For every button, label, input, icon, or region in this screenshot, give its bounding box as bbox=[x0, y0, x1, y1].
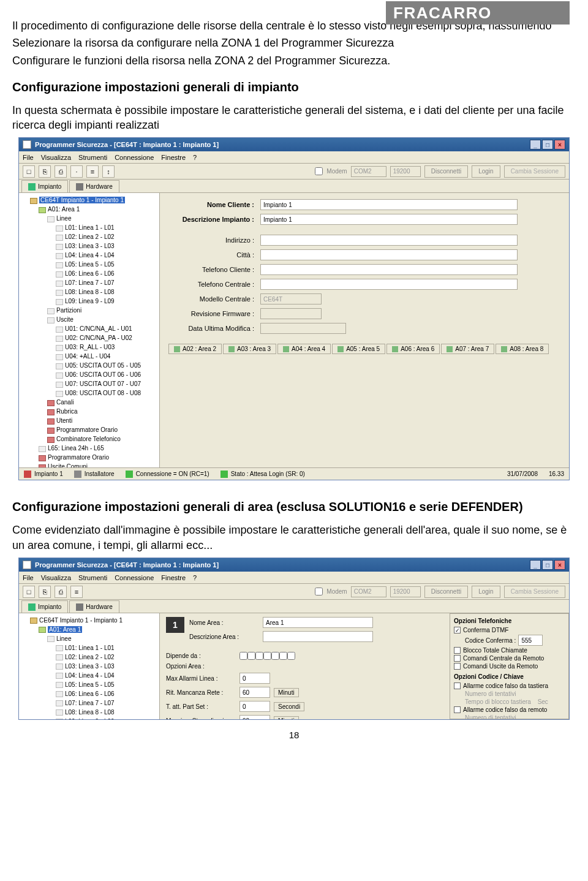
dep-chk-1[interactable] bbox=[239, 652, 247, 660]
com-port-field[interactable] bbox=[351, 166, 386, 177]
tree-item[interactable]: U03: R_ALL - U03 bbox=[56, 342, 157, 352]
area-tab[interactable]: A03 : Area 3 bbox=[223, 344, 276, 354]
tab-impianto[interactable]: Impianto bbox=[21, 180, 68, 192]
tree-canali[interactable]: Canali bbox=[47, 398, 157, 407]
codice-conferma-field[interactable] bbox=[518, 635, 543, 646]
menu-view[interactable]: Visualizza bbox=[41, 154, 71, 161]
tree-item[interactable]: U05: USCITA OUT 05 - U05 bbox=[56, 361, 157, 370]
tree-item[interactable]: U08: USCITA OUT 08 - U08 bbox=[56, 388, 157, 398]
menu-help[interactable]: ? bbox=[193, 154, 197, 161]
tree-root-2[interactable]: CE64T Impianto 1 - Impianto 1 A01: Area … bbox=[30, 616, 157, 719]
dep-chk-3[interactable] bbox=[255, 652, 263, 660]
tree-item[interactable]: L02: Linea 2 - L02 bbox=[56, 652, 157, 662]
tree-item[interactable]: L02: Linea 2 - L02 bbox=[56, 232, 157, 241]
menu-connection[interactable]: Connessione bbox=[115, 154, 154, 161]
tree-item[interactable]: L05: Linea 5 - L05 bbox=[56, 260, 157, 269]
close-button-2[interactable]: × bbox=[554, 560, 565, 570]
tree-item[interactable]: L03: Linea 3 - L03 bbox=[56, 241, 157, 251]
tree-comb-tel[interactable]: Combinatore Telefonico bbox=[47, 434, 157, 444]
modem-checkbox-2[interactable] bbox=[315, 588, 323, 596]
tree-item[interactable]: U04: +ALL - U04 bbox=[56, 352, 157, 361]
nav-tree-2[interactable]: CE64T Impianto 1 - Impianto 1 A01: Area … bbox=[19, 613, 160, 719]
area-tab[interactable]: A07 : Area 7 bbox=[441, 344, 494, 354]
disconnect-button[interactable]: Disconnetti bbox=[424, 165, 468, 178]
tree-item[interactable]: L04: Linea 4 - L04 bbox=[56, 251, 157, 260]
dep-chk-6[interactable] bbox=[279, 652, 287, 660]
modem-checkbox[interactable] bbox=[315, 167, 323, 175]
dep-chk-2[interactable] bbox=[247, 652, 255, 660]
toolbar-new-icon-2[interactable]: □ bbox=[23, 586, 35, 598]
tree-linee[interactable]: Linee L01: Linea 1 - L01L02: Linea 2 - L… bbox=[47, 214, 157, 306]
baud-field-2[interactable] bbox=[390, 586, 421, 597]
tree-linee-2[interactable]: Linee L01: Linea 1 - L01L02: Linea 2 - L… bbox=[47, 634, 157, 719]
menu-connection-2[interactable]: Connessione bbox=[115, 574, 154, 581]
maximize-button-2[interactable]: □ bbox=[542, 560, 553, 570]
mass-unit[interactable]: Minuti bbox=[274, 716, 299, 720]
com-port-field-2[interactable] bbox=[351, 586, 386, 597]
toolbar-open-icon[interactable]: ⎘ bbox=[39, 165, 51, 178]
tree-uscite-comuni[interactable]: Uscite Comuni bbox=[39, 462, 157, 467]
tree-item[interactable]: U01: C/NC/NA_AL - U01 bbox=[56, 324, 157, 333]
allarme-remoto-checkbox[interactable] bbox=[454, 706, 461, 713]
tree-item[interactable]: L09: Linea 9 - L09 bbox=[56, 717, 157, 719]
tree-prog-orario-2[interactable]: Programmatore Orario bbox=[39, 453, 157, 462]
toolbar-tree-icon[interactable]: ≡ bbox=[86, 165, 99, 178]
allarme-tastiera-checkbox[interactable] bbox=[454, 682, 461, 689]
tab-hardware-2[interactable]: Hardware bbox=[69, 600, 119, 613]
area-tab[interactable]: A04 : Area 4 bbox=[277, 344, 331, 354]
conferma-dtmf-checkbox[interactable]: ✓ bbox=[454, 627, 461, 633]
menu-help-2[interactable]: ? bbox=[193, 574, 197, 581]
nav-tree[interactable]: CE64T Impianto 1 - Impianto 1 A01: Area … bbox=[19, 193, 160, 467]
menu-tools[interactable]: Strumenti bbox=[78, 154, 107, 161]
rit-field[interactable] bbox=[239, 687, 270, 698]
tree-item[interactable]: L08: Linea 8 - L08 bbox=[56, 708, 157, 717]
dep-chk-5[interactable] bbox=[271, 652, 279, 660]
nome-area-field[interactable] bbox=[263, 617, 373, 628]
area-tab[interactable]: A06 : Area 6 bbox=[386, 344, 440, 354]
menu-tools-2[interactable]: Strumenti bbox=[78, 574, 107, 581]
toolbar-new-icon[interactable]: □ bbox=[23, 165, 35, 178]
toolbar-tree-icon-2[interactable]: ≡ bbox=[70, 586, 83, 598]
login-button-2[interactable]: Login bbox=[472, 586, 500, 598]
maximize-button[interactable]: □ bbox=[542, 140, 553, 149]
tree-utenti[interactable]: Utenti bbox=[47, 416, 157, 425]
toolbar-sort-icon[interactable]: ↕ bbox=[102, 165, 115, 178]
citta-field[interactable] bbox=[260, 249, 518, 260]
tree-partizioni[interactable]: Partizioni bbox=[47, 306, 157, 315]
dep-chk-4[interactable] bbox=[263, 652, 271, 660]
tree-item[interactable]: L07: Linea 7 - L07 bbox=[56, 698, 157, 708]
login-button[interactable]: Login bbox=[472, 165, 500, 178]
tree-prog-orario[interactable]: Programmatore Orario bbox=[47, 425, 157, 434]
tatt-field[interactable] bbox=[239, 701, 270, 712]
area-tab[interactable]: A08 : Area 8 bbox=[496, 344, 549, 354]
area-tab[interactable]: A02 : Area 2 bbox=[168, 344, 222, 354]
toolbar-open-icon-2[interactable]: ⎘ bbox=[39, 586, 51, 598]
menu-file-2[interactable]: File bbox=[23, 574, 34, 581]
menu-windows-2[interactable]: Finestre bbox=[161, 574, 186, 581]
tab-impianto-2[interactable]: Impianto bbox=[21, 600, 68, 613]
tree-rubrica[interactable]: Rubrica bbox=[47, 407, 157, 416]
minimize-button-2[interactable]: _ bbox=[530, 560, 541, 570]
tree-item[interactable]: U06: USCITA OUT 06 - U06 bbox=[56, 370, 157, 379]
nome-cliente-field[interactable] bbox=[260, 199, 518, 210]
titlebar[interactable]: Programmer Sicurezza - [CE64T : Impianto… bbox=[19, 138, 569, 151]
tree-item[interactable]: L06: Linea 6 - L06 bbox=[56, 689, 157, 698]
tree-root[interactable]: CE64T Impianto 1 - Impianto 1 A01: Area … bbox=[30, 195, 157, 467]
tel-centrale-field[interactable] bbox=[260, 279, 518, 290]
menu-file[interactable]: File bbox=[23, 154, 34, 161]
menu-view-2[interactable]: Visualizza bbox=[41, 574, 71, 581]
tree-item[interactable]: L09: Linea 9 - L09 bbox=[56, 297, 157, 306]
baud-field[interactable] bbox=[390, 166, 421, 177]
indirizzo-field[interactable] bbox=[260, 235, 518, 246]
mass-field[interactable] bbox=[239, 715, 270, 719]
dep-chk-7[interactable] bbox=[287, 652, 295, 660]
tree-area-2[interactable]: A01: Area 1 Linee L01: Linea 1 - L01L02:… bbox=[39, 625, 157, 719]
tree-item[interactable]: L07: Linea 7 - L07 bbox=[56, 278, 157, 287]
tel-cliente-field[interactable] bbox=[260, 264, 518, 275]
tree-item[interactable]: U02: C/NC/NA_PA - U02 bbox=[56, 333, 157, 342]
menu-windows[interactable]: Finestre bbox=[161, 154, 186, 161]
tree-item[interactable]: L01: Linea 1 - L01 bbox=[56, 643, 157, 652]
tree-item[interactable]: L08: Linea 8 - L08 bbox=[56, 287, 157, 297]
tree-item[interactable]: L01: Linea 1 - L01 bbox=[56, 223, 157, 232]
tree-item[interactable]: L03: Linea 3 - L03 bbox=[56, 662, 157, 671]
